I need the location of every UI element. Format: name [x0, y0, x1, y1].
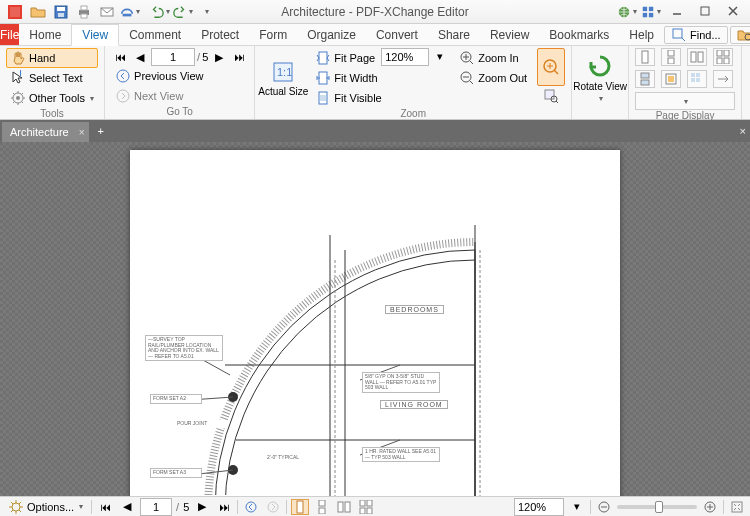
svg-rect-85 [338, 502, 343, 512]
rotate-view-button[interactable]: Rotate View [578, 48, 622, 108]
open-icon[interactable] [27, 2, 49, 22]
tab-share[interactable]: Share [428, 24, 480, 45]
architecture-drawing [130, 150, 620, 496]
app-icon[interactable] [4, 2, 26, 22]
previous-view[interactable]: Previous View [111, 66, 248, 86]
close-all-tabs-icon[interactable]: × [740, 125, 746, 137]
svg-line-34 [470, 81, 473, 84]
fit-visible[interactable]: Fit Visible [311, 88, 449, 108]
thumbnails-icon[interactable] [687, 70, 707, 88]
marquee-zoom[interactable] [537, 48, 565, 86]
loupe-tool[interactable] [537, 86, 565, 106]
zoom-out[interactable]: Zoom Out [455, 68, 531, 88]
tab-view[interactable]: View [71, 24, 119, 46]
tab-help[interactable]: Help [619, 24, 664, 45]
redo-icon[interactable] [172, 2, 194, 22]
sb-next-view-icon[interactable] [264, 499, 282, 515]
actual-size-button[interactable]: 1:1Actual Size [261, 48, 305, 108]
file-tab[interactable]: File [0, 24, 19, 45]
ui-lang-icon[interactable] [616, 2, 638, 22]
sb-next-page-icon[interactable]: ▶ [193, 499, 211, 515]
zoom-dropdown-icon[interactable]: ▾ [431, 48, 449, 64]
sb-zoom-out-icon[interactable] [595, 499, 613, 515]
sb-fit-icon[interactable] [728, 499, 746, 515]
tab-form[interactable]: Form [249, 24, 297, 45]
select-text-tool[interactable]: ISelect Text [6, 68, 98, 88]
group-window: Document Tabs Panes Portfolio Window [742, 46, 750, 119]
find-button[interactable]: Find... [664, 26, 728, 44]
fit-width[interactable]: Fit Width [311, 68, 449, 88]
sb-single-page-icon[interactable] [291, 499, 309, 515]
zoom-slider-thumb[interactable] [655, 501, 663, 513]
sb-prev-view-icon[interactable] [242, 499, 260, 515]
close-button[interactable] [720, 2, 746, 20]
sb-page-input[interactable] [140, 498, 172, 516]
svg-rect-2 [57, 7, 65, 11]
sb-two-cont-icon[interactable] [357, 499, 375, 515]
tab-review[interactable]: Review [480, 24, 539, 45]
launch-app-icon[interactable] [640, 2, 662, 22]
other-tools[interactable]: Other Tools [6, 88, 98, 108]
new-tab-icon[interactable]: + [93, 125, 109, 137]
undo-icon[interactable] [149, 2, 171, 22]
zoom-input[interactable] [381, 48, 429, 66]
save-icon[interactable] [50, 2, 72, 22]
svg-rect-48 [724, 58, 729, 64]
document-tab[interactable]: Architecture× [2, 122, 89, 142]
options-button[interactable]: Options... [4, 497, 87, 517]
svg-line-36 [554, 70, 558, 74]
prev-page-icon[interactable]: ◀ [131, 49, 149, 65]
last-page-icon[interactable]: ⏭ [230, 49, 248, 65]
tab-organize[interactable]: Organize [297, 24, 366, 45]
minimize-button[interactable] [664, 2, 690, 20]
zoom-slider[interactable] [617, 505, 697, 509]
sb-prev-page-icon[interactable]: ◀ [118, 499, 136, 515]
tab-convert[interactable]: Convert [366, 24, 428, 45]
sb-zoom-input[interactable] [514, 498, 564, 516]
tab-home[interactable]: Home [19, 24, 71, 45]
maximize-button[interactable] [692, 2, 718, 20]
dim-note: 2'-0" TYPICAL [265, 454, 317, 462]
sb-last-page-icon[interactable]: ⏭ [215, 499, 233, 515]
next-page-icon[interactable]: ▶ [210, 49, 228, 65]
svg-point-23 [117, 70, 129, 82]
svg-rect-82 [297, 501, 303, 513]
continuous-icon[interactable] [661, 48, 681, 66]
tab-comment[interactable]: Comment [119, 24, 191, 45]
two-pages-icon[interactable] [687, 48, 707, 66]
single-page-icon[interactable] [635, 48, 655, 66]
tab-protect[interactable]: Protect [191, 24, 249, 45]
svg-rect-42 [668, 58, 674, 64]
first-page-icon[interactable]: ⏮ [111, 49, 129, 65]
svg-rect-87 [360, 500, 365, 506]
pdf-page: BEDROOMS LIVING ROOM —SURVEY TOP RAIL/PL… [130, 150, 620, 496]
fit-page[interactable]: Fit Page [311, 48, 379, 68]
hand-tool[interactable]: Hand [6, 48, 98, 68]
zoom-in[interactable]: Zoom In [455, 48, 531, 68]
scan-icon[interactable] [119, 2, 141, 22]
svg-rect-3 [58, 13, 64, 17]
next-view[interactable]: Next View [111, 86, 248, 106]
page-layout-more[interactable] [635, 92, 735, 110]
sb-zoom-in-icon[interactable] [701, 499, 719, 515]
page-transitions-icon[interactable] [713, 70, 733, 88]
two-pages-cont-icon[interactable] [713, 48, 733, 66]
tab-close-icon[interactable]: × [79, 127, 85, 138]
page-input[interactable] [151, 48, 195, 66]
sb-continuous-icon[interactable] [313, 499, 331, 515]
sb-zoom-dropdown-icon[interactable]: ▾ [568, 499, 586, 515]
sb-first-page-icon[interactable]: ⏮ [96, 499, 114, 515]
svg-rect-53 [691, 73, 695, 77]
search-button[interactable]: Search... [730, 26, 750, 44]
svg-rect-27 [319, 52, 327, 64]
svg-rect-88 [367, 500, 372, 506]
print-icon[interactable] [73, 2, 95, 22]
qat-customize-icon[interactable] [195, 2, 217, 22]
tab-bookmarks[interactable]: Bookmarks [539, 24, 619, 45]
show-gaps-icon[interactable] [635, 70, 655, 88]
document-viewport[interactable]: BEDROOMS LIVING ROOM —SURVEY TOP RAIL/PL… [0, 142, 750, 496]
svg-point-81 [268, 502, 278, 512]
sb-two-page-icon[interactable] [335, 499, 353, 515]
email-icon[interactable] [96, 2, 118, 22]
show-cover-icon[interactable] [661, 70, 681, 88]
